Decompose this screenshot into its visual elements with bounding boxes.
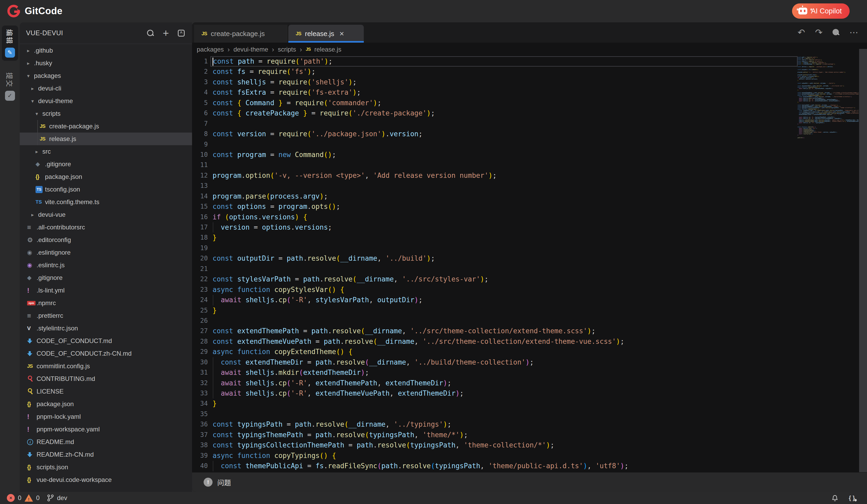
code-line-content[interactable] [211, 119, 798, 129]
line-number[interactable]: 39 [192, 451, 208, 461]
code-editor[interactable]: 1const path = require('path');2const fs … [192, 56, 798, 472]
code-line-17[interactable]: 17 version = options.versions; [192, 222, 798, 233]
code-line-23[interactable]: 23async function copyStylesVar() { [192, 285, 798, 295]
code-line-content[interactable]: const { Command } = require('commander')… [211, 98, 798, 108]
code-line-9[interactable]: 9 [192, 139, 798, 150]
line-number[interactable]: 37 [192, 430, 208, 440]
minimap[interactable]: const path = require('path');const fs = … [798, 56, 859, 241]
code-line-5[interactable]: 5const { Command } = require('commander'… [192, 98, 798, 108]
code-line-21[interactable]: 21 [192, 264, 798, 274]
tree-folder-src[interactable]: ▸src [20, 145, 192, 158]
tree-file-release.js[interactable]: JSrelease.js [20, 132, 192, 145]
breadcrumb-segment[interactable]: packages [197, 46, 224, 53]
code-line-32[interactable]: 32 await shelljs.cp('-R', extendThemePat… [192, 378, 798, 388]
code-line-38[interactable]: 38const typingsCollectionThemePath = pat… [192, 440, 798, 450]
tree-file-vite.config.theme.ts[interactable]: TSvite.config.theme.ts [20, 196, 192, 208]
tree-file-package.json[interactable]: {}package.json [20, 398, 192, 410]
code-line-7[interactable]: 7 [192, 119, 798, 129]
code-line-24[interactable]: 24 await shelljs.cp('-R', stylesVarPath,… [192, 295, 798, 305]
tree-file-.ls-lint.yml[interactable]: !.ls-lint.yml [20, 284, 192, 297]
code-line-3[interactable]: 3const shelljs = require('shelljs'); [192, 77, 798, 87]
tree-file-pnpm-workspace.yaml[interactable]: !pnpm-workspace.yaml [20, 423, 192, 436]
activity-item-edit[interactable]: 编辑✎ [2, 25, 18, 61]
editor-search-icon[interactable] [833, 29, 839, 36]
code-line-content[interactable]: await shelljs.mkdir(extendThemeDir); [211, 367, 798, 378]
code-line-31[interactable]: 31 await shelljs.mkdir(extendThemeDir); [192, 367, 798, 378]
line-number[interactable]: 30 [192, 357, 208, 367]
code-line-content[interactable]: await shelljs.cp('-R', stylesVarPath, ou… [211, 295, 798, 305]
code-line-content[interactable]: const fsExtra = require('fs-extra'); [211, 87, 798, 98]
tree-folder-devui-theme[interactable]: ▾devui-theme [20, 95, 192, 107]
code-line-content[interactable]: const program = new Command(); [211, 150, 798, 160]
gitcode-logo[interactable]: GitCode [7, 5, 63, 17]
bell-icon[interactable] [832, 494, 838, 502]
code-line-content[interactable]: const outputDir = path.resolve(__dirname… [211, 253, 798, 264]
tree-file-.eslintrc.js[interactable]: ◉.eslintrc.js [20, 259, 192, 271]
line-number[interactable]: 34 [192, 398, 208, 409]
editor-tab-release.js[interactable]: JSrelease.js× [288, 25, 364, 43]
code-line-19[interactable]: 19 [192, 243, 798, 253]
code-line-27[interactable]: 27const extendThemePath = path.resolve(_… [192, 326, 798, 336]
code-line-content[interactable]: await shelljs.cp('-R', extendThemeVuePat… [211, 388, 798, 398]
tree-file-tsconfig.json[interactable]: TStsconfig.json [20, 183, 192, 196]
code-line-35[interactable]: 35 [192, 409, 798, 419]
tree-file-scripts.json[interactable]: {}scripts.json [20, 461, 192, 473]
tree-file-.prettierrc[interactable]: ≡.prettierrc [20, 309, 192, 322]
tree-file-CODE_OF_CONDUCT.zh-CN.md[interactable]: CODE_OF_CONDUCT.zh-CN.md [20, 347, 192, 360]
code-line-content[interactable]: version = options.versions; [211, 222, 798, 233]
breadcrumb-segment[interactable]: scripts [278, 46, 296, 53]
code-line-33[interactable]: 33 await shelljs.cp('-R', extendThemeVue… [192, 388, 798, 398]
tree-file-.editorconfig[interactable]: ⚙.editorconfig [20, 234, 192, 246]
line-number[interactable]: 40 [192, 461, 208, 471]
line-number[interactable]: 20 [192, 253, 208, 264]
editor-scrollbar[interactable] [859, 49, 867, 472]
code-line-content[interactable]: const path = require('path'); [211, 56, 798, 66]
tree-file-.gitignore[interactable]: ◆.gitignore [20, 271, 192, 284]
code-line-content[interactable] [211, 160, 798, 170]
code-line-content[interactable]: const extendThemeVuePath = path.resolve(… [211, 336, 798, 347]
problems-panel-bar[interactable]: ! 问题 [192, 472, 867, 492]
code-line-content[interactable]: const typingsCollectionThemePath = path.… [211, 440, 798, 450]
line-number[interactable]: 1 [192, 56, 208, 66]
code-line-content[interactable]: const version = require('../package.json… [211, 129, 798, 139]
code-line-content[interactable]: } [211, 305, 798, 316]
code-line-content[interactable]: const extendThemeDir = path.resolve(__di… [211, 357, 798, 367]
tree-folder-scripts[interactable]: ▾scripts [20, 107, 192, 120]
code-line-22[interactable]: 22const stylesVarPath = path.resolve(__d… [192, 274, 798, 285]
tree-folder-.github[interactable]: ▸.github [20, 44, 192, 57]
line-number[interactable]: 36 [192, 419, 208, 430]
code-line-11[interactable]: 11 [192, 160, 798, 170]
line-number[interactable]: 11 [192, 160, 208, 170]
code-line-content[interactable]: async function copyStylesVar() { [211, 285, 798, 295]
code-line-34[interactable]: 34} [192, 398, 798, 409]
line-number[interactable]: 33 [192, 388, 208, 398]
problems-status[interactable]: × 0 ! 0 [7, 494, 40, 502]
git-branch-indicator[interactable]: dev [47, 494, 67, 502]
line-number[interactable]: 22 [192, 274, 208, 285]
code-line-30[interactable]: 30 const extendThemeDir = path.resolve(_… [192, 357, 798, 367]
line-number[interactable]: 12 [192, 170, 208, 181]
code-line-28[interactable]: 28const extendThemeVuePath = path.resolv… [192, 336, 798, 347]
activity-item-commit[interactable]: 提交✓ [2, 69, 18, 104]
redo-icon[interactable]: ↷ [815, 28, 823, 37]
tree-folder-devui-vue[interactable]: ▸devui-vue [20, 208, 192, 221]
line-number[interactable]: 31 [192, 367, 208, 378]
code-line-26[interactable]: 26 [192, 316, 798, 326]
line-number[interactable]: 23 [192, 285, 208, 295]
line-number[interactable]: 25 [192, 305, 208, 316]
line-number[interactable]: 2 [192, 66, 208, 77]
code-line-content[interactable]: const typingsThemePath = path.resolve(ty… [211, 430, 798, 440]
code-line-content[interactable]: async function copyExtendTheme() { [211, 347, 798, 357]
tree-file-.stylelintrc.json[interactable]: V.stylelintrc.json [20, 322, 192, 335]
code-line-content[interactable]: program.option('-v, --version <type>', '… [211, 170, 798, 181]
tree-file-.npmrc[interactable]: npm.npmrc [20, 297, 192, 309]
line-number[interactable]: 32 [192, 378, 208, 388]
tree-file-vue-devui.code-workspace[interactable]: {}vue-devui.code-workspace [20, 473, 192, 486]
code-line-content[interactable] [211, 316, 798, 326]
code-line-content[interactable]: const { createPackage } = require('./cre… [211, 108, 798, 118]
line-number[interactable]: 13 [192, 181, 208, 191]
code-line-29[interactable]: 29async function copyExtendTheme() { [192, 347, 798, 357]
line-number[interactable]: 7 [192, 119, 208, 129]
line-number[interactable]: 17 [192, 222, 208, 233]
line-number[interactable]: 3 [192, 77, 208, 87]
